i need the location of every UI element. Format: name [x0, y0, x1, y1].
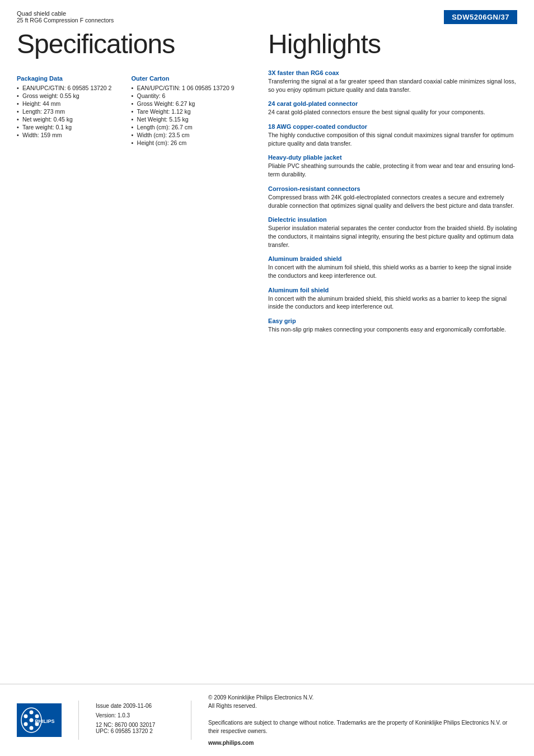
highlight-title: Corrosion-resistant connectors	[268, 185, 517, 192]
highlights-heading: Highlights	[268, 29, 517, 59]
list-item: Tare Weight: 1.12 kg	[132, 108, 246, 115]
list-item: Quantity: 6	[132, 92, 246, 100]
model-badge: SDW5206GN/37	[444, 10, 517, 24]
philips-logo: PHILIPS	[17, 703, 62, 737]
highlight-desc: In concert with the aluminum foil shield…	[268, 263, 517, 279]
main-content: Specifications Packaging Data EAN/UPC/GT…	[0, 24, 534, 340]
product-type: Quad shield cable	[17, 10, 114, 17]
highlight-desc: This non-slip grip makes connecting your…	[268, 325, 517, 334]
specs-two-col: Packaging Data EAN/UPC/GTIN: 6 09585 137…	[17, 69, 246, 147]
highlight-item: Aluminum braided shieldIn concert with t…	[268, 255, 517, 279]
highlight-item: Corrosion-resistant connectorsCompressed…	[268, 185, 517, 209]
list-item: Width (cm): 23.5 cm	[132, 131, 246, 139]
highlight-desc: Superior insulation material separates t…	[268, 224, 517, 249]
footer: PHILIPS Issue date 2009-11-06 Version: 1…	[0, 684, 534, 756]
svg-point-7	[24, 722, 28, 726]
outer-carton-section: Outer Carton EAN/UPC/GTIN: 1 06 09585 13…	[132, 69, 246, 147]
packaging-data-list: EAN/UPC/GTIN: 6 09585 13720 2Gross weigh…	[17, 84, 132, 139]
product-subtitle: 25 ft RG6 Compression F connectors	[17, 17, 114, 24]
svg-point-6	[35, 715, 39, 718]
highlight-item: 3X faster than RG6 coaxTransferring the …	[268, 69, 517, 94]
highlight-title: 18 AWG copper-coated conductor	[268, 123, 517, 130]
highlight-desc: The highly conductive composition of thi…	[268, 131, 517, 147]
list-item: Tare weight: 0.1 kg	[17, 123, 132, 131]
website[interactable]: www.philips.com	[208, 739, 517, 747]
page: Quad shield cable 25 ft RG6 Compression …	[0, 0, 534, 756]
nc-value: 8670 000 32017	[115, 722, 155, 728]
highlight-item: Heavy-duty pliable jacketPliable PVC she…	[268, 154, 517, 178]
outer-carton-list: EAN/UPC/GTIN: 1 06 09585 13720 9Quantity…	[132, 84, 246, 147]
highlight-desc: Pliable PVC sheathing surrounds the cabl…	[268, 162, 517, 178]
outer-carton-title: Outer Carton	[132, 75, 246, 82]
svg-point-3	[30, 718, 34, 722]
packaging-data-section: Packaging Data EAN/UPC/GTIN: 6 09585 137…	[17, 69, 132, 147]
version-value: 1.0.3	[118, 712, 130, 718]
list-item: Height (cm): 26 cm	[132, 139, 246, 147]
list-item: Gross Weight: 6.27 kg	[132, 100, 246, 108]
highlights-container: 3X faster than RG6 coaxTransferring the …	[268, 69, 517, 334]
version: Version: 1.0.3	[96, 712, 174, 718]
list-item: Width: 159 mm	[17, 131, 132, 139]
highlight-desc: Transferring the signal at a far greater…	[268, 77, 517, 94]
header: Quad shield cable 25 ft RG6 Compression …	[0, 0, 534, 24]
issue-date-value: 2009-11-06	[123, 703, 152, 709]
list-item: Gross weight: 0.55 kg	[17, 92, 132, 100]
issue-date: Issue date 2009-11-06	[96, 703, 174, 709]
highlight-title: 24 carat gold-plated connector	[268, 100, 517, 107]
highlight-item: Easy gripThis non-slip grip makes connec…	[268, 318, 517, 334]
nc-upc: 12 NC: 8670 000 32017 UPC: 6 09585 13720…	[96, 722, 174, 734]
svg-text:PHILIPS: PHILIPS	[35, 718, 54, 724]
highlight-title: Aluminum foil shield	[268, 287, 517, 293]
highlight-title: Dielectric insulation	[268, 216, 517, 223]
highlight-desc: Compressed brass with 24K gold-electropl…	[268, 193, 517, 209]
list-item: Net Weight: 5.15 kg	[132, 115, 246, 123]
upc-label: UPC:	[96, 728, 109, 734]
list-item: EAN/UPC/GTIN: 1 06 09585 13720 9	[132, 84, 246, 92]
highlight-item: 18 AWG copper-coated conductorThe highly…	[268, 123, 517, 147]
list-item: Height: 44 mm	[17, 100, 132, 108]
right-column: Highlights 3X faster than RG6 coaxTransf…	[257, 24, 517, 340]
highlight-item: Dielectric insulationSuperior insulation…	[268, 216, 517, 249]
highlight-desc: In concert with the aluminum braided shi…	[268, 295, 517, 311]
highlight-title: Aluminum braided shield	[268, 255, 517, 262]
rights: All Rights reserved.	[208, 702, 517, 710]
footer-right: © 2009 Koninklijke Philips Electronics N…	[208, 693, 517, 747]
upc-value: 6 09585 13720 2	[111, 728, 153, 734]
disclaimer: Specifications are subject to change wit…	[208, 718, 517, 735]
highlight-item: Aluminum foil shieldIn concert with the …	[268, 287, 517, 311]
highlight-title: Easy grip	[268, 318, 517, 324]
footer-divider-2	[191, 701, 191, 740]
footer-middle: Issue date 2009-11-06 Version: 1.0.3 12 …	[96, 703, 174, 738]
packaging-data-title: Packaging Data	[17, 75, 132, 82]
specifications-heading: Specifications	[17, 29, 246, 59]
list-item: Length: 273 mm	[17, 108, 132, 115]
list-item: Net weight: 0.45 kg	[17, 115, 132, 123]
svg-point-5	[24, 715, 28, 718]
issue-date-label: Issue date	[96, 703, 121, 709]
left-column: Specifications Packaging Data EAN/UPC/GT…	[17, 24, 257, 340]
footer-divider-1	[78, 701, 79, 740]
svg-point-4	[30, 726, 34, 730]
nc-label: 12 NC:	[96, 722, 113, 728]
list-item: Length (cm): 26.7 cm	[132, 123, 246, 131]
highlight-title: Heavy-duty pliable jacket	[268, 154, 517, 161]
highlight-item: 24 carat gold-plated connector24 carat g…	[268, 100, 517, 116]
version-label: Version:	[96, 712, 116, 718]
svg-point-2	[30, 711, 34, 715]
highlight-title: 3X faster than RG6 coax	[268, 69, 517, 76]
list-item: EAN/UPC/GTIN: 6 09585 13720 2	[17, 84, 132, 92]
header-left: Quad shield cable 25 ft RG6 Compression …	[17, 10, 114, 24]
copyright: © 2009 Koninklijke Philips Electronics N…	[208, 693, 517, 702]
highlight-desc: 24 carat gold-plated connectors ensure t…	[268, 108, 517, 116]
